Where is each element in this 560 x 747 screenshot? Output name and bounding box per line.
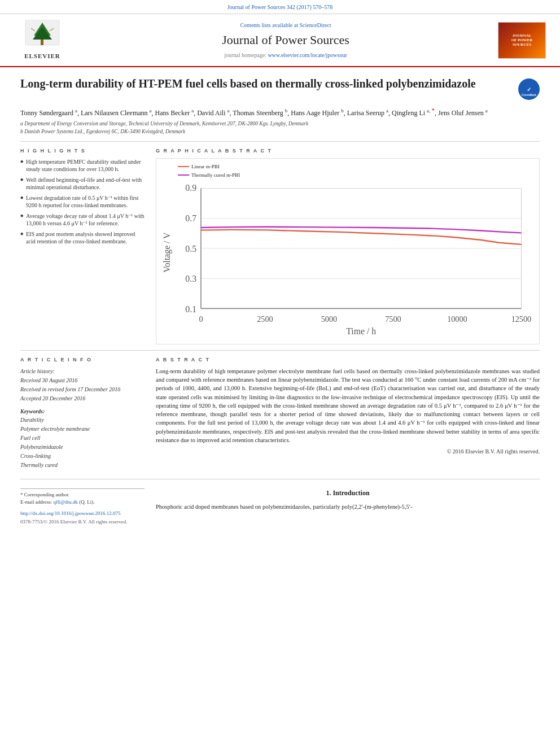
crossmark-icon: ✓ CrossMark	[518, 78, 540, 100]
keyword-6: Thermally cured	[20, 461, 145, 470]
article-info-heading: A R T I C L E I N F O	[20, 356, 145, 364]
corresponding-author-label: * Corresponding author.	[20, 492, 69, 497]
graphical-abstract-heading: G R A P H I C A L A B S T R A C T	[156, 147, 540, 155]
keyword-2: Polymer electrolyte membrane	[20, 425, 145, 434]
sciencedirect-name[interactable]: ScienceDirect	[299, 22, 331, 28]
svg-text:0.3: 0.3	[185, 274, 196, 283]
article-title: Long-term durability of HT-PEM fuel cell…	[20, 76, 510, 91]
article-content: Long-term durability of HT-PEM fuel cell…	[0, 67, 560, 535]
received-date: Received 30 August 2016	[20, 377, 77, 383]
elsevier-tree-icon	[23, 20, 62, 51]
cover-text: JOURNALOF POWERSOURCES	[511, 33, 533, 47]
email-suffix: (Q. Li).	[79, 499, 94, 505]
page-wrapper: Journal of Power Sources 342 (2017) 570–…	[0, 0, 560, 535]
doi-link[interactable]: http://dx.doi.org/10.1016/j.jpowsour.201…	[20, 510, 145, 518]
email-label: E-mail address:	[20, 499, 52, 505]
journal-header: ELSEVIER Contents lists available at Sci…	[0, 14, 560, 67]
affiliations: a Department of Energy Conversion and St…	[20, 120, 540, 136]
journal-cover-image: JOURNALOF POWERSOURCES	[498, 22, 546, 59]
introduction-text: Phosphoric acid doped membranes based on…	[156, 503, 540, 511]
legend-item-1: Linear m-PBI	[178, 163, 535, 171]
svg-text:0.1: 0.1	[185, 304, 196, 313]
keywords-list: Durability Polymer electrolyte membrane …	[20, 416, 145, 470]
keyword-1: Durability	[20, 416, 145, 425]
highlights-column: H I G H L I G H T S High temperature PEM…	[20, 147, 145, 344]
journal-cover: JOURNALOF POWERSOURCES	[498, 22, 549, 59]
svg-text:0: 0	[199, 314, 203, 324]
legend-line-1	[178, 166, 189, 167]
legend-line-2	[178, 174, 189, 176]
svg-text:0.9: 0.9	[185, 183, 196, 193]
svg-rect-1	[41, 40, 43, 45]
highlights-list: High temperature PEMFC durability studie…	[20, 158, 145, 246]
graphical-abstract-column: G R A P H I C A L A B S T R A C T Linear…	[156, 147, 540, 344]
svg-text:7500: 7500	[385, 314, 401, 324]
introduction-column: 1. Introduction Phosphoric acid doped me…	[156, 488, 540, 526]
article-info-column: A R T I C L E I N F O Article history: R…	[20, 356, 145, 470]
svg-text:5000: 5000	[321, 314, 337, 324]
legend-label-2: Thermally cured m-PBI	[191, 172, 240, 179]
bottom-section: * Corresponding author. E-mail address: …	[20, 479, 540, 526]
authors-line: Tonny Søndergaard a, Lars Nilausen Cleem…	[20, 106, 540, 118]
keywords-section: Keywords: Durability Polymer electrolyte…	[20, 408, 145, 470]
keyword-3: Fuel cell	[20, 434, 145, 443]
journal-reference-bar: Journal of Power Sources 342 (2017) 570–…	[0, 0, 560, 14]
journal-header-center: Contents lists available at ScienceDirec…	[73, 21, 498, 59]
sciencedirect-prefix: Contents lists available at	[240, 22, 299, 28]
journal-homepage: journal homepage: www.elsevier.com/locat…	[73, 51, 498, 59]
revised-date: Received in revised form 17 December 201…	[20, 386, 120, 392]
based-word: based	[240, 504, 253, 510]
keyword-4: Polybenzimidazole	[20, 443, 145, 452]
crossmark-badge[interactable]: ✓ CrossMark	[518, 78, 540, 100]
abstract-column: A B S T R A C T Long-term durability of …	[156, 356, 540, 470]
svg-text:0.7: 0.7	[185, 213, 196, 223]
elsevier-logo-section: ELSEVIER	[11, 20, 73, 60]
corresponding-author: * Corresponding author. E-mail address: …	[20, 488, 145, 506]
article-title-section: Long-term durability of HT-PEM fuel cell…	[20, 76, 540, 100]
email-address[interactable]: qfli@dtu.dk	[53, 499, 78, 505]
chart-svg: 0.9 0.7 0.5 0.3 0.1 0	[161, 181, 535, 337]
svg-text:12500: 12500	[511, 314, 531, 324]
sciencedirect-link[interactable]: Contents lists available at ScienceDirec…	[73, 21, 498, 29]
homepage-label: journal homepage:	[224, 52, 266, 58]
abstract-text: Long-term durability of high temperature…	[156, 367, 540, 444]
article-history-label: Article history:	[20, 368, 55, 374]
accepted-date: Accepted 20 December 2016	[20, 395, 85, 401]
copyright-line: © 2016 Elsevier B.V. All rights reserved…	[156, 448, 540, 456]
introduction-heading: 1. Introduction	[156, 488, 540, 498]
highlight-item-1: High temperature PEMFC durability studie…	[20, 158, 145, 173]
legend-label-1: Linear m-PBI	[191, 163, 220, 171]
chart-legend: Linear m-PBI Thermally cured m-PBI	[161, 163, 535, 179]
keyword-5: Cross-linking	[20, 452, 145, 461]
svg-text:Voltage / V: Voltage / V	[162, 232, 172, 273]
article-info-abstract-section: A R T I C L E I N F O Article history: R…	[20, 356, 540, 470]
footer-column: * Corresponding author. E-mail address: …	[20, 488, 145, 526]
svg-text:2500: 2500	[257, 314, 273, 324]
highlights-heading: H I G H L I G H T S	[20, 147, 145, 155]
highlight-item-3: Lowest degradation rate of 0.5 μV h⁻¹ wi…	[20, 194, 145, 209]
homepage-url[interactable]: www.elsevier.com/locate/jpowsour	[268, 52, 347, 58]
abstract-heading: A B S T R A C T	[156, 356, 540, 364]
svg-text:0.5: 0.5	[185, 243, 196, 253]
affiliation-a: a Department of Energy Conversion and St…	[20, 120, 540, 128]
issn-line: 0378-7753/© 2016 Elsevier B.V. All right…	[20, 518, 145, 526]
highlight-item-2: Well defined beginning-of-life and end-o…	[20, 176, 145, 191]
article-dates: Article history: Received 30 August 2016…	[20, 367, 145, 403]
elsevier-logo: ELSEVIER	[11, 20, 73, 60]
svg-text:CrossMark: CrossMark	[522, 93, 536, 97]
elsevier-text: ELSEVIER	[24, 52, 60, 60]
svg-text:✓: ✓	[527, 86, 531, 93]
journal-reference-text: Journal of Power Sources 342 (2017) 570–…	[228, 4, 333, 10]
legend-item-2: Thermally cured m-PBI	[178, 172, 535, 179]
highlight-item-4: Average voltage decay rate of about 1.4 …	[20, 212, 145, 228]
section-divider-2	[20, 350, 540, 351]
affiliation-b: b Danish Power Systems Ltd., Egeskovvej …	[20, 128, 540, 136]
keywords-label: Keywords:	[20, 408, 145, 416]
highlight-item-5: EIS and post mortem analysis showed impr…	[20, 230, 145, 246]
svg-text:10000: 10000	[447, 314, 467, 324]
graphical-abstract-chart: Linear m-PBI Thermally cured m-PBI	[156, 158, 540, 345]
section-divider	[20, 141, 540, 142]
journal-title-header: Journal of Power Sources	[73, 32, 498, 49]
highlights-abstract-section: H I G H L I G H T S High temperature PEM…	[20, 147, 540, 344]
svg-text:Time / h: Time / h	[346, 326, 376, 336]
